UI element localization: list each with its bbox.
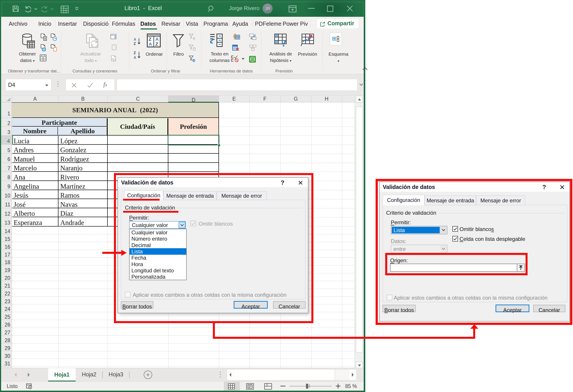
svg-text:Z: Z [134, 42, 136, 46]
svg-text:Z: Z [155, 41, 158, 47]
svg-text:A: A [149, 41, 152, 47]
svg-text:?: ? [281, 38, 286, 47]
svg-text:A: A [134, 37, 136, 41]
svg-text:A: A [134, 56, 136, 59]
svg-text:Z: Z [149, 36, 152, 42]
svg-text:Z: Z [134, 51, 136, 55]
svg-text:A: A [155, 36, 159, 42]
